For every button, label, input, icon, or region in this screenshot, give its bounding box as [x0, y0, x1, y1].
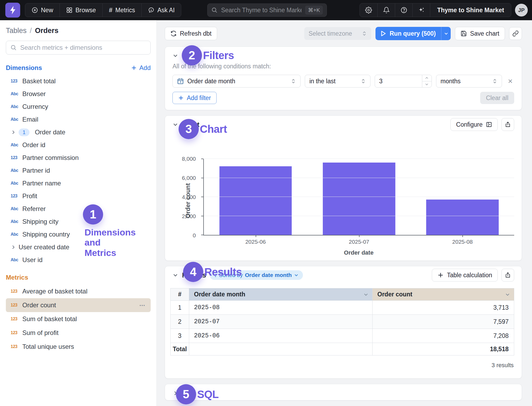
- sidebar-item-email[interactable]: AbcEmail: [6, 113, 151, 126]
- sidebar-item-label: Shipping city: [22, 218, 58, 225]
- refresh-dbt-label: Refresh dbt: [180, 30, 212, 37]
- bar-2025-06[interactable]: [219, 166, 292, 235]
- run-query-options-caret[interactable]: [441, 27, 451, 40]
- chat-star-icon: [148, 7, 154, 13]
- metrics-button[interactable]: # Metrics: [102, 3, 141, 17]
- help-button[interactable]: [395, 3, 412, 17]
- notifications-button[interactable]: [377, 3, 395, 17]
- sidebar-item-profit[interactable]: 123Profit: [6, 190, 151, 202]
- sidebar-item-shipping-city[interactable]: AbcShipping city: [6, 215, 151, 228]
- string-type-icon: Abc: [11, 219, 22, 224]
- sidebar-item-label: User id: [22, 256, 43, 264]
- metric-cell[interactable]: 7,208: [373, 329, 514, 343]
- search-icon: [211, 7, 218, 13]
- timezone-select[interactable]: Select timezone: [304, 27, 371, 40]
- link-icon: [512, 30, 519, 37]
- user-avatar[interactable]: JP: [515, 4, 528, 16]
- chevron-right-icon[interactable]: [11, 130, 19, 135]
- chevron-right-icon[interactable]: [11, 245, 19, 250]
- filters-collapse-chevron[interactable]: [172, 53, 178, 59]
- filter-field-select[interactable]: Order date month: [172, 75, 301, 88]
- sidebar-item-order-count[interactable]: 123Order count•••: [6, 298, 151, 312]
- sidebar-item-label: Shipping country: [22, 231, 70, 238]
- settings-button[interactable]: [360, 3, 377, 17]
- sidebar-item-sum-of-profit[interactable]: 123Sum of profit: [6, 326, 151, 340]
- clear-all-button[interactable]: Clear all: [480, 92, 514, 104]
- sidebar-item-partner-id[interactable]: AbcPartner id: [6, 164, 151, 177]
- sidebar-item-order-id[interactable]: AbcOrder id: [6, 139, 151, 151]
- string-type-icon: Abc: [11, 104, 22, 109]
- breadcrumb-tables[interactable]: Tables: [6, 27, 27, 35]
- metric-cell[interactable]: 3,713: [373, 301, 514, 315]
- browse-button[interactable]: Browse: [60, 3, 102, 17]
- sidebar-item-user-id[interactable]: AbcUser id: [6, 254, 151, 266]
- add-dimension-button[interactable]: Add: [131, 64, 151, 72]
- y-axis-tick-label: 2,000: [182, 213, 196, 219]
- new-button[interactable]: New: [25, 3, 60, 17]
- export-results-button[interactable]: [501, 269, 514, 281]
- select-caret-icon: [291, 78, 296, 84]
- sorted-by-pill[interactable]: ↓ Sorted by Order date month: [210, 270, 303, 280]
- table-row[interactable]: 22025-077,597: [171, 315, 514, 329]
- column-header-dimension[interactable]: Order date month: [189, 288, 373, 301]
- stepper-up-button[interactable]: [422, 75, 432, 81]
- share-link-button[interactable]: [509, 27, 522, 40]
- run-query-button[interactable]: Run query (500): [375, 27, 451, 40]
- stepper-down-button[interactable]: [422, 81, 432, 88]
- column-header-metric[interactable]: Order count: [373, 288, 514, 301]
- sidebar-item-currency[interactable]: AbcCurrency: [6, 100, 151, 113]
- sidebar-item-user-created-date[interactable]: User created date: [6, 241, 151, 254]
- metrics-list: 123Average of basket total123Order count…: [6, 284, 151, 354]
- refresh-dbt-button[interactable]: Refresh dbt: [165, 27, 217, 40]
- sidebar-item-order-date[interactable]: 1Order date: [6, 126, 151, 139]
- more-options-icon[interactable]: •••: [140, 303, 149, 308]
- configure-button[interactable]: Configure: [450, 118, 498, 131]
- org-switcher[interactable]: Thyme to Shine Market: [430, 3, 511, 17]
- sidebar-item-referrer[interactable]: AbcReferrer: [6, 202, 151, 215]
- help-icon: [400, 7, 407, 14]
- chevron-down-icon[interactable]: [505, 292, 510, 297]
- dimension-cell[interactable]: 2025-07: [189, 315, 373, 329]
- results-collapse-chevron[interactable]: [172, 272, 178, 278]
- filter-unit-select[interactable]: months: [436, 75, 502, 88]
- dimension-cell[interactable]: 2025-08: [189, 301, 373, 315]
- filter-operator-select[interactable]: in the last: [305, 75, 370, 88]
- fields-search-input[interactable]: [20, 44, 146, 51]
- sorted-by-field: Order date month: [245, 272, 292, 278]
- ai-sparkles-button[interactable]: [412, 3, 430, 17]
- app-logo[interactable]: [5, 3, 20, 18]
- filter-value-input[interactable]: 3: [375, 75, 432, 88]
- calendar-icon: [177, 78, 184, 85]
- sidebar-item-partner-name[interactable]: AbcPartner name: [6, 177, 151, 190]
- sql-expand-chevron[interactable]: [172, 390, 178, 396]
- sidebar-item-label: Email: [22, 116, 38, 123]
- global-search[interactable]: ⌘+K: [207, 3, 327, 17]
- sidebar-item-total-unique-users[interactable]: 123Total unique users: [6, 340, 151, 354]
- sidebar-item-partner-commission[interactable]: 123Partner commission: [6, 151, 151, 164]
- keyboard-shortcut-badge: ⌘+K: [305, 6, 323, 15]
- ask-ai-button[interactable]: Ask AI: [141, 3, 181, 17]
- plus-circle-icon: [32, 7, 38, 13]
- table-calculation-button[interactable]: Table calculation: [432, 269, 498, 281]
- save-chart-button[interactable]: Save chart: [455, 27, 505, 40]
- add-filter-button[interactable]: Add filter: [172, 92, 217, 104]
- bar-2025-07[interactable]: [323, 163, 395, 235]
- metric-cell[interactable]: 7,597: [373, 315, 514, 329]
- sidebar-item-browser[interactable]: AbcBrowser: [6, 88, 151, 100]
- table-row[interactable]: 12025-083,713: [171, 301, 514, 315]
- table-row[interactable]: 32025-067,208: [171, 329, 514, 343]
- sidebar-item-shipping-country[interactable]: AbcShipping country: [6, 228, 151, 241]
- filter-field-value: Order date month: [187, 78, 235, 85]
- dimension-cell[interactable]: 2025-06: [189, 329, 373, 343]
- export-chart-button[interactable]: [501, 118, 514, 131]
- fields-search[interactable]: [6, 41, 151, 55]
- sidebar-item-basket-total[interactable]: 123Basket total: [6, 75, 151, 88]
- sidebar-item-average-of-basket-total[interactable]: 123Average of basket total: [6, 284, 151, 298]
- sidebar-item-sum-of-basket-total[interactable]: 123Sum of basket total: [6, 312, 151, 326]
- chart-collapse-chevron[interactable]: [172, 122, 178, 127]
- number-type-icon: 123: [11, 155, 22, 160]
- chevron-down-icon[interactable]: [363, 292, 369, 297]
- bar-2025-08[interactable]: [426, 200, 499, 235]
- remove-filter-button[interactable]: ×: [506, 77, 514, 85]
- global-search-input[interactable]: [221, 7, 302, 14]
